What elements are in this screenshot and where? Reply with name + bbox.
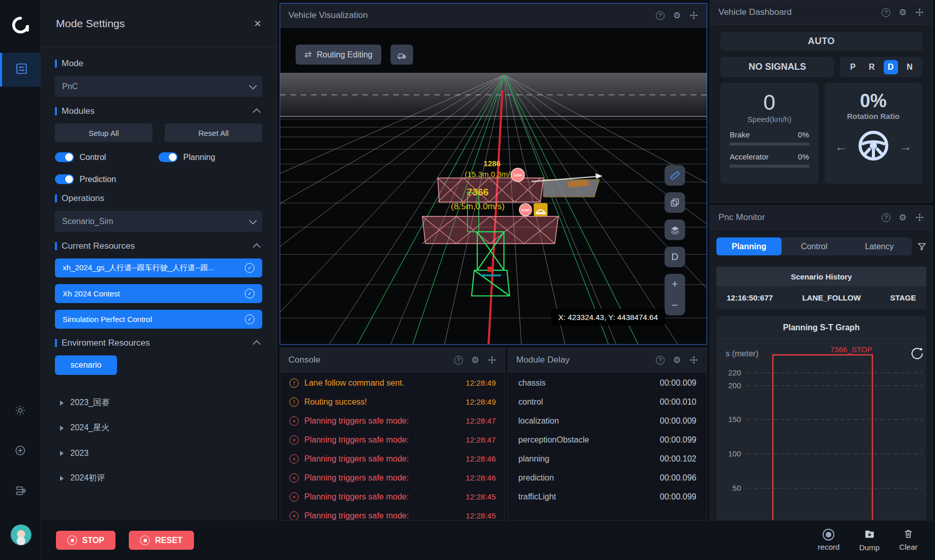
help-icon[interactable] [656, 356, 665, 365]
tab-planning[interactable]: Planning [716, 237, 782, 255]
help-icon[interactable] [454, 356, 463, 365]
move-icon[interactable] [915, 213, 924, 222]
section-environment-resources: Enviroment Resources [55, 338, 262, 348]
tree-item[interactable]: 2024初评 [55, 466, 262, 491]
section-mode: Mode [55, 58, 262, 69]
common-routing-button[interactable] [391, 45, 413, 65]
resource-item[interactable]: Xh 2024 Contest [55, 284, 262, 303]
toggle-label: Prediction [80, 175, 116, 184]
gear-indicator: P R D N [840, 57, 922, 77]
user-avatar[interactable] [10, 524, 32, 546]
log-row: Planning triggers safe mode:12:28:46 [280, 449, 505, 468]
resource-manager-icon[interactable] [0, 485, 41, 496]
control-switch[interactable] [55, 152, 74, 162]
sidebar-rail [0, 0, 41, 560]
help-icon[interactable] [882, 8, 890, 17]
y-axis-label: s (meter) [726, 349, 758, 358]
add-panel-icon[interactable] [0, 445, 41, 456]
scenario-tag-button[interactable]: scenario [55, 355, 117, 375]
reset-all-button[interactable]: Reset All [165, 124, 262, 142]
reset-icon [140, 535, 150, 545]
delay-row: prediction00:00.096 [508, 468, 707, 487]
log-row: Lane follow command sent.12:28:49 [280, 373, 505, 392]
collapse-icon[interactable] [252, 340, 261, 348]
modules-actions: Setup All Reset All [55, 124, 262, 142]
expand-arrow-icon[interactable] [60, 476, 64, 481]
dimension-toggle-button[interactable]: D [665, 247, 685, 267]
copy-view-icon[interactable] [665, 192, 685, 213]
prediction-switch[interactable] [55, 174, 74, 184]
routing-editing-button[interactable]: Routing Editing [296, 45, 381, 65]
delay-row: chassis00:00.009 [508, 373, 707, 392]
section-title-modules: Modules [62, 106, 94, 116]
stop-button[interactable]: STOP [56, 531, 115, 550]
sidebar-item-mode-settings[interactable] [0, 53, 41, 87]
zoom-out-button[interactable]: − [665, 295, 685, 316]
help-icon[interactable] [882, 213, 890, 222]
tree-item[interactable]: 2023_国赛 [55, 390, 262, 415]
collapse-icon[interactable] [252, 108, 261, 116]
warning-circle-icon [289, 397, 299, 407]
gear-icon[interactable] [672, 11, 681, 20]
collapse-icon[interactable] [252, 243, 261, 251]
scenario-history-title: Scenario History [716, 267, 926, 286]
tree-item[interactable]: 2024_星火 [55, 415, 262, 441]
delay-row: control00:00.010 [508, 392, 707, 411]
expand-arrow-icon[interactable] [60, 451, 64, 456]
gear-icon[interactable] [898, 213, 907, 222]
resource-item[interactable]: xh_2024_gs_人行道--跟车行驶_人行道--跟... [55, 258, 262, 277]
warning-icon [534, 203, 548, 216]
svg-text:STOP: STOP [521, 209, 530, 212]
reset-button[interactable]: RESET [129, 531, 193, 550]
expand-arrow-icon[interactable] [60, 401, 64, 406]
clear-button[interactable]: Clear [899, 529, 918, 552]
vehicle-visualization-panel: Vehicle Visualization [280, 3, 707, 345]
setup-all-button[interactable]: Setup All [55, 124, 152, 142]
move-icon[interactable] [689, 11, 698, 20]
trash-icon [903, 529, 913, 541]
ruler-icon[interactable] [665, 165, 685, 186]
3d-scene-canvas[interactable]: 1286 (15.3m,0.3m/s) 7366 (8.5m,0.0m/s) S… [280, 28, 707, 344]
gear-p: P [846, 60, 860, 74]
chart-refresh-icon[interactable] [912, 348, 922, 359]
tab-control[interactable]: Control [782, 237, 847, 255]
mode-settings-panel: Mode Settings Mode PnC Modules Setup All… [41, 0, 277, 521]
log-row: Planning triggers safe mode:12:28:47 [280, 430, 505, 449]
obstacle-id-label: 1286 [483, 159, 500, 168]
delay-row: localization00:00.009 [508, 411, 707, 430]
gear-icon[interactable] [672, 355, 681, 365]
tree-item[interactable]: 2023 [55, 441, 262, 466]
warning-circle-icon [289, 378, 299, 388]
filter-icon[interactable] [918, 242, 926, 251]
operations-select[interactable]: Scenario_Sim [55, 211, 262, 232]
move-icon[interactable] [488, 355, 497, 365]
close-icon[interactable] [254, 17, 261, 30]
resource-item[interactable]: Simulation Perfect Control [55, 310, 262, 329]
layers-icon[interactable] [665, 219, 685, 240]
planning-switch[interactable] [159, 152, 178, 162]
zoom-in-button[interactable]: + [665, 274, 685, 295]
move-icon[interactable] [915, 8, 924, 17]
gear-icon[interactable] [898, 8, 907, 17]
expand-arrow-icon[interactable] [60, 426, 64, 431]
check-circle-icon [245, 314, 255, 324]
dump-button[interactable]: Dump [859, 529, 880, 552]
section-modules: Modules [55, 106, 262, 116]
apollo-logo-icon[interactable] [0, 15, 41, 35]
help-icon[interactable] [656, 11, 665, 20]
speed-label: Speed(km/h) [730, 115, 809, 124]
theme-icon[interactable] [0, 405, 41, 416]
panel-title: Console [288, 355, 320, 365]
obstacle-info-label: (8.5m,0.0m/s) [451, 202, 505, 211]
check-circle-icon [245, 289, 255, 298]
error-circle-icon [289, 454, 299, 464]
gear-icon[interactable] [471, 355, 480, 365]
mode-select[interactable]: PnC [55, 76, 262, 97]
scenario-history-row: 12:16:50:677 LANE_FOLLOW STAGE [716, 286, 926, 309]
record-button[interactable]: record [818, 529, 840, 552]
move-icon[interactable] [689, 355, 698, 365]
st-graph-chart: s (meter) 220 200 150 100 50 [716, 339, 926, 520]
accelerator-meter: Accelerator0% [730, 152, 809, 161]
brake-bar [730, 143, 809, 146]
tab-latency[interactable]: Latency [847, 237, 912, 255]
